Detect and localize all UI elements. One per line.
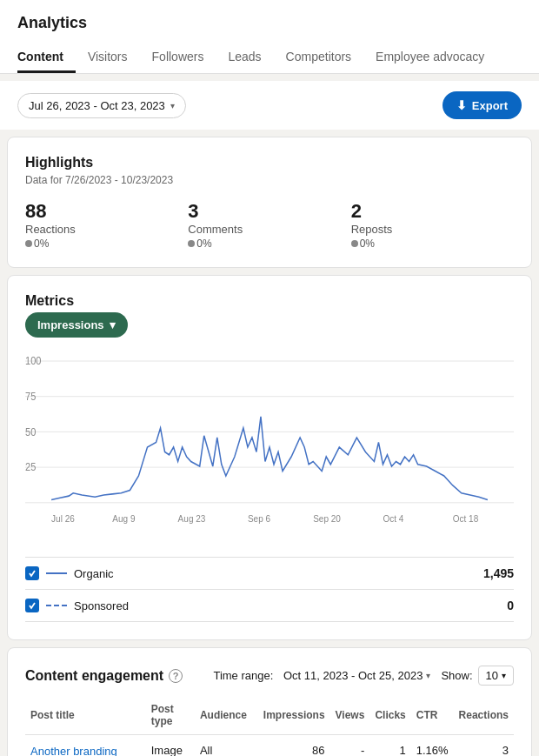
reactions-label: Reactions: [25, 223, 188, 236]
organic-line-icon: [46, 572, 67, 574]
chevron-down-icon: ▾: [170, 101, 175, 110]
engagement-table: Post title Post type Audience Impression…: [25, 696, 514, 756]
show-dropdown[interactable]: 10 ▾: [478, 666, 514, 686]
col-post-type: Post type: [146, 696, 195, 735]
download-icon: ⬇: [456, 98, 467, 112]
chevron-down-icon: ▾: [426, 671, 430, 680]
reposts-label: Reposts: [351, 223, 514, 236]
chevron-down-icon: ▾: [502, 671, 506, 680]
nav-tabs: Content Visitors Followers Leads Competi…: [17, 43, 522, 73]
reposts-value: 2: [351, 200, 514, 223]
sponsored-line-icon: [46, 605, 67, 606]
clicks-cell: 1: [369, 735, 410, 757]
help-icon[interactable]: ?: [169, 669, 183, 683]
analytics-header: Analytics Content Visitors Followers Lea…: [0, 0, 539, 74]
col-clicks: Clicks: [369, 696, 410, 735]
svg-text:25: 25: [25, 462, 36, 473]
date-range-value: Jul 26, 2023 - Oct 23, 2023: [29, 99, 165, 112]
highlights-grid: 88 Reactions 0% 3 Comments 0% 2 Reposts: [25, 200, 514, 250]
time-range-selector[interactable]: Time range: Oct 11, 2023 - Oct 25, 2023 …: [213, 669, 430, 682]
reactions-cell: 3: [454, 735, 514, 757]
dot-icon: [188, 240, 195, 247]
svg-text:Aug 9: Aug 9: [112, 512, 135, 524]
legend-organic: Organic 1,495: [25, 558, 514, 590]
dot-icon: [351, 240, 358, 247]
col-ctr: CTR: [411, 696, 454, 735]
sponsored-value: 0: [507, 599, 514, 612]
metrics-card: Metrics Impressions ▾ 100 75 50 25 Jul 2…: [7, 275, 532, 640]
show-selector: Show: 10 ▾: [441, 666, 514, 686]
organic-checkbox[interactable]: [25, 566, 39, 580]
highlight-reactions: 88 Reactions 0%: [25, 200, 188, 250]
table-row: Another branding reveal from our recent …: [25, 735, 514, 757]
comments-value: 3: [188, 200, 350, 223]
metrics-title: Metrics: [25, 293, 514, 309]
chart-legend: Organic 1,495 Sponsored 0: [25, 557, 514, 622]
reactions-change: 0%: [25, 238, 188, 250]
col-views: Views: [330, 696, 370, 735]
comments-change: 0%: [188, 238, 350, 250]
dot-icon: [25, 240, 32, 247]
highlights-card: Highlights Data for 7/26/2023 - 10/23/20…: [7, 137, 532, 268]
ctr-cell: 1.16%: [411, 735, 454, 757]
toolbar: Jul 26, 2023 - Oct 23, 2023 ▾ ⬇ Export: [0, 81, 539, 130]
svg-text:Jul 26: Jul 26: [51, 512, 75, 524]
date-range-picker[interactable]: Jul 26, 2023 - Oct 23, 2023 ▾: [17, 93, 186, 118]
impressions-button[interactable]: Impressions ▾: [25, 312, 128, 338]
tab-leads[interactable]: Leads: [216, 43, 273, 73]
svg-text:Oct 18: Oct 18: [453, 512, 479, 524]
col-post-title: Post title: [25, 696, 146, 735]
svg-text:100: 100: [25, 356, 41, 367]
impressions-chart: 100 75 50 25 Jul 26 Aug 9 Aug 23 Sep 6 S…: [25, 351, 514, 543]
post-title-cell: Another branding reveal from our recent …: [25, 735, 146, 757]
engagement-title: Content engagement ?: [25, 668, 183, 684]
svg-text:Sep 20: Sep 20: [313, 512, 341, 524]
views-cell: -: [330, 735, 370, 757]
reposts-change: 0%: [351, 238, 514, 250]
svg-text:Oct 4: Oct 4: [383, 512, 403, 524]
svg-text:Sep 6: Sep 6: [248, 512, 270, 524]
organic-label: Organic: [74, 567, 483, 580]
highlights-title: Highlights: [25, 155, 514, 171]
table-header-row: Post title Post type Audience Impression…: [25, 696, 514, 735]
sponsored-checkbox[interactable]: [25, 599, 39, 612]
comments-label: Comments: [188, 223, 350, 236]
tab-competitors[interactable]: Competitors: [274, 43, 363, 73]
impressions-cell: 86: [258, 735, 330, 757]
col-audience: Audience: [195, 696, 258, 735]
col-impressions: Impressions: [258, 696, 330, 735]
engagement-section-header: Content engagement ? Time range: Oct 11,…: [25, 666, 514, 686]
page: Analytics Content Visitors Followers Lea…: [0, 0, 539, 756]
col-reactions: Reactions: [454, 696, 514, 735]
sponsored-label: Sponsored: [74, 599, 507, 612]
highlight-reposts: 2 Reposts 0%: [351, 200, 514, 250]
tab-content[interactable]: Content: [17, 43, 76, 73]
export-button[interactable]: ⬇ Export: [443, 91, 522, 119]
svg-text:75: 75: [25, 391, 36, 403]
tab-employee-advocacy[interactable]: Employee advocacy: [363, 43, 496, 73]
audience-cell: All followers: [195, 735, 258, 757]
page-title: Analytics: [17, 14, 522, 32]
post-type-cell: Image: [146, 735, 195, 757]
highlight-comments: 3 Comments 0%: [188, 200, 350, 250]
legend-sponsored: Sponsored 0: [25, 590, 514, 622]
tab-visitors[interactable]: Visitors: [76, 43, 140, 73]
chevron-down-icon: ▾: [110, 318, 116, 331]
reactions-value: 88: [25, 200, 188, 223]
svg-text:50: 50: [25, 426, 36, 438]
highlights-subtitle: Data for 7/26/2023 - 10/23/2023: [25, 174, 514, 186]
organic-value: 1,495: [483, 566, 514, 580]
content-engagement-card: Content engagement ? Time range: Oct 11,…: [7, 647, 532, 756]
tab-followers[interactable]: Followers: [140, 43, 216, 73]
svg-text:Aug 23: Aug 23: [178, 512, 206, 524]
post-title-link[interactable]: Another branding reveal from our recent …: [30, 745, 133, 756]
